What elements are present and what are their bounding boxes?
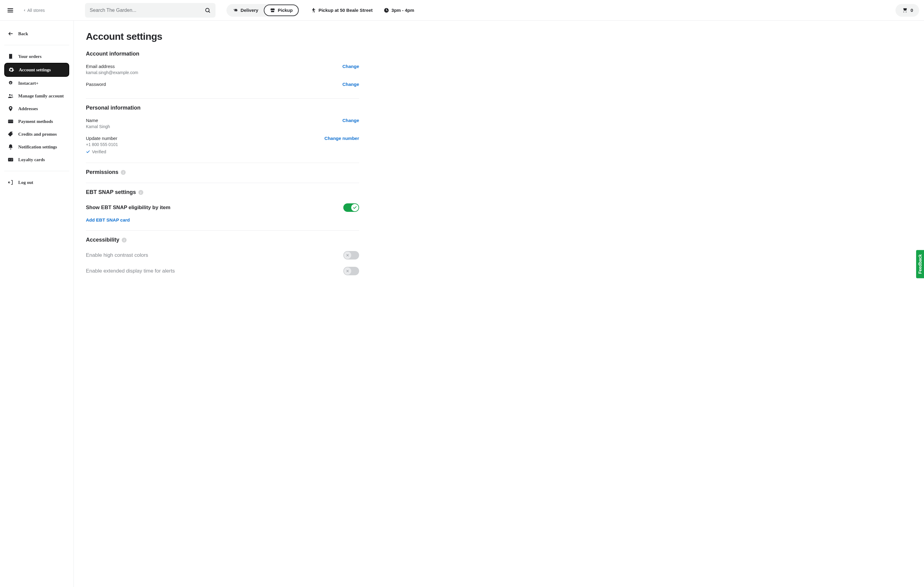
change-number-button[interactable]: Change number (325, 136, 359, 141)
cart-icon (901, 7, 908, 13)
delivery-icon (233, 8, 238, 13)
search-button[interactable] (201, 4, 214, 16)
change-name-button[interactable]: Change (342, 118, 359, 123)
row-email: Email address kamal.singh@example.com Ch… (86, 61, 359, 79)
fulfillment-toggle: Delivery Pickup (226, 4, 300, 17)
page-title: Account settings (86, 31, 359, 42)
name-label: Name (86, 118, 110, 123)
info-icon[interactable]: i (122, 237, 127, 242)
sidebar-item-label: Loyalty cards (18, 157, 45, 162)
menu-button[interactable] (5, 5, 16, 16)
gear-icon (8, 66, 15, 73)
svg-point-3 (206, 8, 209, 12)
pickup-label: Pickup (278, 8, 293, 13)
high-contrast-label: Enable high contrast colors (86, 252, 148, 258)
permissions-heading-text: Permissions (86, 169, 119, 175)
time-window-text: 3pm - 4pm (391, 8, 414, 13)
svg-rect-12 (8, 158, 13, 162)
toggle-knob (351, 204, 358, 211)
row-ebt-eligibility: Show EBT SNAP eligibility by item (86, 200, 359, 216)
walking-person-icon (310, 8, 316, 13)
section-heading: EBT SNAP settings i (86, 189, 359, 195)
phone-label: Update number (86, 136, 118, 141)
cart-count: 0 (911, 8, 913, 13)
search-input[interactable] (85, 3, 216, 18)
svg-line-4 (208, 11, 210, 12)
extended-time-label: Enable extended display time for alerts (86, 268, 175, 274)
section-heading: Accessibility i (86, 237, 359, 243)
sidebar-item-addresses[interactable]: Addresses (4, 102, 69, 115)
row-name: Name Kamal Singh Change (86, 115, 359, 133)
change-password-button[interactable]: Change (342, 82, 359, 87)
sidebar-item-family[interactable]: Manage family account (4, 89, 69, 102)
sidebar-item-loyalty[interactable]: Loyalty cards (4, 153, 69, 166)
search-icon (205, 7, 211, 13)
sidebar-item-notifications[interactable]: Notification settings (4, 140, 69, 153)
clock-icon (384, 8, 389, 13)
ebt-eligibility-label: Show EBT SNAP eligibility by item (86, 204, 170, 211)
sidebar-item-label: Addresses (18, 106, 38, 111)
info-icon[interactable]: i (139, 190, 143, 195)
pickup-location-button[interactable]: Pickup at 50 Beale Street (310, 8, 373, 13)
delivery-label: Delivery (241, 8, 258, 13)
section-heading: Personal information (86, 105, 359, 111)
check-icon (86, 150, 90, 154)
id-card-icon (7, 156, 14, 163)
people-icon (7, 92, 14, 99)
sidebar-back[interactable]: Back (4, 27, 69, 40)
toggle-extended-time[interactable] (343, 267, 359, 275)
pickup-location-text: Pickup at 50 Beale Street (318, 8, 373, 13)
search-wrap (85, 3, 216, 18)
sidebar-item-label: Payment methods (18, 119, 53, 124)
arrow-left-icon (7, 30, 14, 37)
logout-icon (7, 179, 14, 186)
add-ebt-card-link[interactable]: Add EBT SNAP card (86, 216, 130, 223)
sidebar-item-instacart-plus[interactable]: Instacart+ (4, 77, 69, 89)
card-icon (7, 118, 14, 125)
header: All stores Delivery Pickup Pickup at 50 … (0, 0, 924, 21)
section-account-info: Account information Email address kamal.… (86, 51, 359, 91)
info-icon[interactable]: i (121, 170, 126, 175)
toggle-high-contrast[interactable] (343, 251, 359, 259)
hamburger-icon (7, 7, 14, 14)
location-pin-icon (7, 106, 14, 112)
sidebar-item-credits[interactable]: Credits and promos (4, 128, 69, 140)
sidebar-logout[interactable]: Log out (4, 176, 69, 189)
toggle-ebt-eligibility[interactable] (343, 203, 359, 212)
main-content: Account settings Account information Ema… (74, 21, 371, 587)
divider (4, 45, 69, 45)
cart-button[interactable]: 0 (896, 4, 919, 17)
verified-text: Verified (92, 149, 106, 154)
sidebar-item-account-settings[interactable]: Account settings (4, 63, 69, 77)
sidebar-logout-label: Log out (18, 180, 33, 185)
time-window-button[interactable]: 3pm - 4pm (384, 8, 414, 13)
tag-icon (7, 131, 14, 137)
x-icon (346, 269, 350, 273)
sidebar-item-payment[interactable]: Payment methods (4, 115, 69, 128)
svg-rect-14 (11, 159, 13, 160)
toggle-knob (344, 267, 351, 275)
plus-badge-icon (7, 80, 14, 86)
accessibility-heading-text: Accessibility (86, 237, 119, 243)
verified-badge: Verified (86, 149, 118, 154)
svg-rect-15 (11, 160, 12, 160)
section-personal-info: Personal information Name Kamal Singh Ch… (86, 98, 359, 155)
delivery-button[interactable]: Delivery (228, 5, 264, 16)
all-stores-link[interactable]: All stores (23, 8, 45, 13)
email-value: kamal.singh@example.com (86, 70, 138, 75)
change-email-button[interactable]: Change (342, 64, 359, 69)
sidebar-item-your-orders[interactable]: Your orders (4, 50, 69, 63)
sidebar-item-label: Notification settings (18, 145, 57, 150)
sidebar-item-label: Manage family account (18, 94, 64, 99)
store-icon (270, 8, 275, 13)
toggle-knob (344, 252, 351, 259)
receipt-icon (7, 53, 14, 60)
pickup-button[interactable]: Pickup (264, 5, 299, 16)
all-stores-label: All stores (27, 8, 45, 13)
feedback-tab[interactable]: Feedback (916, 250, 924, 278)
feedback-label: Feedback (917, 254, 922, 274)
section-heading: Account information (86, 51, 359, 57)
sidebar-item-label: Instacart+ (18, 81, 38, 86)
ebt-heading-text: EBT SNAP settings (86, 189, 136, 195)
phone-value: +1 800 555 0101 (86, 142, 118, 147)
